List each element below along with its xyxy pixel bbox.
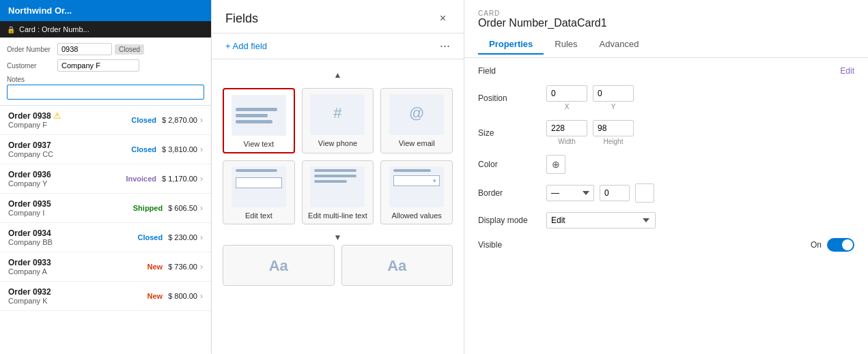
size-width-input[interactable] [546, 120, 587, 136]
prop-color-row: Color ⊕ [478, 155, 854, 174]
view-phone-preview: # [310, 94, 365, 135]
customer-input[interactable] [57, 59, 139, 72]
color-swatch[interactable]: ⊕ [546, 155, 565, 174]
chevron-right-icon: › [200, 262, 203, 271]
chevron-right-icon: › [200, 233, 203, 242]
order-number-input[interactable] [57, 43, 112, 55]
color-label: Color [478, 160, 546, 169]
order-status: New [148, 292, 163, 300]
position-y-input[interactable] [593, 85, 634, 102]
card-label: CARD [478, 10, 854, 17]
visible-label: Visible [478, 240, 546, 250]
controls-grid: View text # View phone @ View email [223, 83, 453, 230]
order-info: Order 0934 Company BB [8, 228, 137, 246]
order-info: Order 0933 Company A [8, 258, 148, 276]
order-company: Company I [8, 209, 133, 217]
size-label: Size [478, 128, 546, 138]
list-item[interactable]: Order 0935 Company I Shipped $ 606.50 › [0, 194, 211, 223]
control-edit-multiline[interactable]: Edit multi-line text [302, 160, 374, 224]
size-values [546, 120, 634, 136]
chevron-right-icon: › [200, 174, 203, 183]
field-edit-link[interactable]: Edit [840, 66, 854, 76]
border-style-select[interactable]: — [546, 185, 594, 201]
add-field-label: + Add field [225, 41, 267, 51]
display-mode-label: Display mode [478, 216, 546, 225]
order-amount: $ 2,870.00 [162, 116, 197, 124]
hash-icon: # [333, 104, 341, 122]
list-item[interactable]: Order 0938 ⚠ Company F Closed $ 2,870.00… [0, 106, 211, 135]
tab-properties[interactable]: Properties [478, 35, 544, 55]
list-item[interactable]: Order 0936 Company Y Invoiced $ 1,170.00… [0, 164, 211, 194]
list-item[interactable]: Order 0937 Company CC Closed $ 3,810.00 … [0, 135, 211, 164]
position-sublabels: X Y [546, 103, 634, 110]
edit-multiline-label: Edit multi-line text [308, 211, 367, 220]
aa-2-icon: Aa [387, 257, 406, 275]
size-sublabels: Width Height [546, 138, 634, 145]
chevron-right-icon: › [200, 115, 203, 125]
dropdown-arrow-icon: ▼ [432, 178, 437, 184]
size-height-input[interactable] [593, 120, 634, 136]
control-edit-text[interactable]: Edit text [223, 160, 295, 224]
order-company: Company F [8, 121, 131, 129]
add-field-button[interactable]: + Add field [225, 41, 267, 51]
prop-border-row: Border — [478, 183, 854, 203]
x-sublabel: X [546, 103, 587, 110]
position-x-input[interactable] [546, 85, 587, 102]
edit-multiline-preview [310, 166, 365, 207]
border-label: Border [478, 188, 546, 198]
view-text-label: View text [244, 140, 274, 148]
order-company: Company Y [8, 179, 126, 188]
position-values [546, 85, 634, 102]
order-amount: $ 3,810.00 [162, 145, 197, 153]
border-color-swatch[interactable] [635, 183, 654, 203]
list-item[interactable]: Order 0933 Company A New $ 736.00 › [0, 252, 211, 282]
card-header-title: Card : Order Numb... [19, 25, 89, 33]
more-options-button[interactable]: ··· [440, 39, 450, 53]
order-amount: $ 736.00 [168, 263, 197, 271]
list-item[interactable]: Order 0934 Company BB Closed $ 230.00 › [0, 223, 211, 252]
control-aa-1[interactable]: Aa [223, 245, 335, 286]
scroll-up-button[interactable]: ▲ [334, 70, 342, 80]
prop-display-mode-row: Display mode Edit View Disabled [478, 212, 854, 228]
order-id: Order 0935 [8, 199, 133, 209]
control-view-phone[interactable]: # View phone [302, 88, 374, 153]
notes-input[interactable] [7, 85, 204, 100]
control-allowed-values[interactable]: ▼ Allowed values [380, 160, 453, 224]
aa-1-icon: Aa [269, 257, 288, 275]
visible-toggle[interactable] [827, 238, 854, 252]
order-company: Company A [8, 267, 148, 276]
control-view-email[interactable]: @ View email [380, 88, 453, 153]
y-sublabel: Y [593, 103, 634, 110]
at-icon: @ [409, 104, 424, 122]
app-title: Northwind Or... [8, 5, 72, 16]
notes-label: Notes [7, 76, 204, 83]
toggle-knob [842, 239, 853, 250]
order-info: Order 0932 Company K [8, 287, 148, 305]
order-id: Order 0936 [8, 170, 126, 179]
position-label: Position [478, 93, 546, 103]
order-status: New [148, 263, 163, 271]
control-aa-2[interactable]: Aa [341, 245, 453, 286]
list-item[interactable]: Order 0932 Company K New $ 800.00 › [0, 282, 211, 311]
order-company: Company K [8, 297, 148, 305]
close-button[interactable]: × [436, 11, 450, 26]
properties-tabs: Properties Rules Advanced [478, 35, 854, 55]
order-status: Shipped [133, 204, 163, 212]
right-header: CARD Order Number_DataCard1 Properties R… [464, 0, 868, 58]
chevron-right-icon: › [200, 203, 203, 213]
fields-title: Fields [225, 12, 258, 26]
edit-text-preview [232, 166, 286, 207]
dropdown-preview: ▼ [393, 175, 440, 186]
tab-rules[interactable]: Rules [544, 35, 588, 55]
border-width-input[interactable] [600, 185, 630, 201]
order-amount: $ 606.50 [168, 204, 197, 212]
tab-advanced[interactable]: Advanced [589, 35, 650, 55]
control-view-text[interactable]: View text [223, 88, 295, 153]
display-mode-select[interactable]: Edit View Disabled [546, 212, 656, 228]
view-email-label: View email [399, 139, 435, 147]
order-status-badge: Closed [115, 44, 144, 55]
order-id: Order 0934 [8, 228, 137, 238]
edit-text-label: Edit text [245, 211, 272, 220]
position-inputs: X Y [546, 85, 634, 110]
scroll-down-button[interactable]: ▼ [334, 233, 342, 242]
